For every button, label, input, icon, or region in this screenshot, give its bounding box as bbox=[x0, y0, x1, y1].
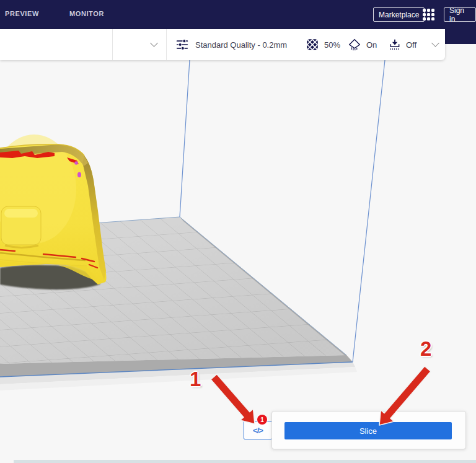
adhesion-value: Off bbox=[406, 29, 416, 60]
infill-value: 50% bbox=[324, 29, 340, 60]
material-selector[interactable] bbox=[113, 29, 166, 60]
model-3d[interactable] bbox=[0, 134, 107, 284]
tab-preview[interactable]: PREVIEW bbox=[5, 0, 39, 27]
gcode-preview-button[interactable]: </> bbox=[244, 421, 272, 439]
bottom-edge-strip bbox=[14, 460, 476, 463]
cura-window: PREVIEW MONITOR Marketplace Sign in Stan… bbox=[0, 0, 476, 463]
viewport-3d bbox=[0, 0, 476, 463]
chevron-down-icon bbox=[150, 39, 158, 47]
tune-icon bbox=[176, 38, 188, 51]
support-icon bbox=[348, 38, 361, 51]
settings-toolbar: Standard Quality - 0.2mm 50% On bbox=[0, 29, 445, 60]
annotation-step-1: 1 bbox=[190, 368, 201, 391]
infill-icon bbox=[306, 38, 319, 51]
action-panel: Slice bbox=[271, 411, 466, 449]
tab-monitor[interactable]: MONITOR bbox=[69, 0, 104, 27]
annotation-step-2: 2 bbox=[420, 337, 431, 361]
slice-button[interactable]: Slice bbox=[284, 422, 452, 439]
marketplace-button[interactable]: Marketplace bbox=[373, 7, 425, 22]
sign-in-button[interactable]: Sign in bbox=[444, 7, 476, 22]
build-volume-right-edge bbox=[353, 60, 385, 362]
support-value: On bbox=[366, 29, 377, 60]
apps-grid-icon[interactable] bbox=[423, 9, 434, 20]
adhesion-icon bbox=[389, 38, 401, 51]
profile-label: Standard Quality - 0.2mm bbox=[195, 29, 287, 60]
print-settings-selector[interactable]: Standard Quality - 0.2mm 50% On bbox=[166, 29, 445, 60]
build-volume-left-edge bbox=[180, 60, 190, 217]
chevron-down-icon bbox=[431, 39, 439, 47]
notification-badge: 1 bbox=[257, 415, 267, 425]
